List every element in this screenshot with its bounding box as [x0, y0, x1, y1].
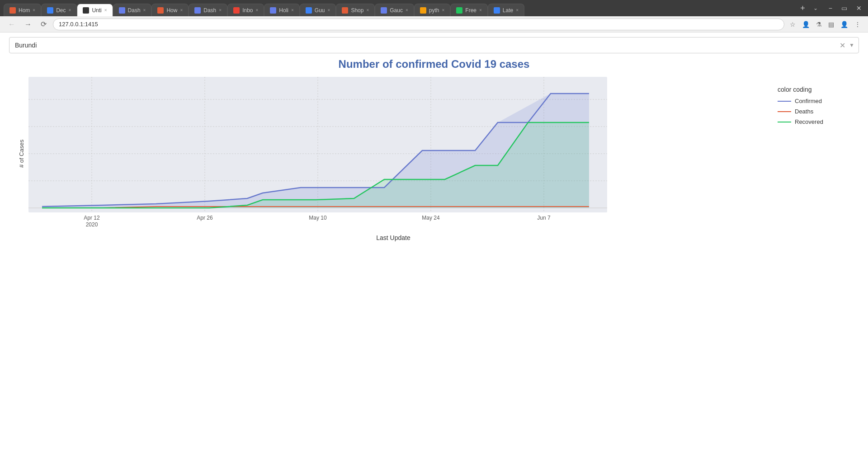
tab-dec[interactable]: Dec× [41, 4, 77, 16]
dropdown-clear-button[interactable]: ✕ [840, 41, 845, 50]
tab-close-how[interactable]: × [180, 8, 183, 13]
url-text: 127.0.0.1:1415 [59, 21, 778, 28]
tab-close-dash3[interactable]: × [291, 8, 294, 13]
tab-close-free[interactable]: × [479, 8, 482, 13]
tab-favicon-unti [83, 7, 89, 14]
tab-favicon-dash2 [194, 7, 201, 14]
svg-text:Apr 12: Apr 12 [84, 215, 100, 221]
tab-label-dash1: Dash [128, 7, 141, 14]
tab-favicon-home [9, 7, 16, 14]
recovered-legend-label: Recovered [795, 118, 823, 125]
svg-text:Apr 26: Apr 26 [197, 215, 213, 221]
chart-container: # of Cases [18, 77, 769, 241]
forward-button[interactable]: → [22, 19, 34, 29]
tab-favicon-how [157, 7, 164, 14]
tab-close-unti[interactable]: × [104, 8, 107, 13]
tab-favicon-dec [47, 7, 53, 14]
tab-close-shop[interactable]: × [366, 8, 369, 13]
url-bar[interactable]: 127.0.0.1:1415 [53, 19, 784, 30]
tab-label-free: Free [465, 7, 476, 14]
tab-label-late: Late [503, 7, 513, 14]
chart-svg-wrapper: # of Cases [18, 77, 769, 230]
tab-label-dash2: Dash [203, 7, 216, 14]
tab-unti[interactable]: Unti× [77, 4, 113, 16]
tab-close-gau[interactable]: × [406, 8, 408, 13]
tab-close-guu[interactable]: × [328, 8, 330, 13]
tab-close-gmail[interactable]: × [256, 8, 259, 13]
extensions-icon[interactable]: ⚗ [814, 20, 824, 29]
tab-how[interactable]: How× [151, 4, 189, 16]
address-actions: ☆ 👤 ⚗ ▤ 👤 ⋮ [788, 20, 863, 29]
country-dropdown[interactable] [9, 37, 859, 53]
legend-item-deaths: Deaths [778, 108, 850, 115]
tab-favicon-guu [306, 7, 312, 14]
tab-dash3[interactable]: Holi× [264, 4, 300, 16]
svg-text:May 10: May 10 [309, 215, 327, 221]
tab-label-unti: Unti [92, 7, 101, 14]
tab-free[interactable]: Free× [450, 4, 488, 16]
deaths-legend-line [778, 111, 791, 112]
close-button[interactable]: ✕ [854, 4, 864, 13]
tab-favicon-gmail [233, 7, 240, 14]
tab-favicon-dash1 [119, 7, 125, 14]
bookmark-icon[interactable]: ☆ [788, 20, 797, 29]
tab-close-dash2[interactable]: × [219, 8, 222, 13]
menu-icon[interactable]: ⋮ [853, 20, 863, 29]
legend-title: color coding [778, 86, 850, 93]
tab-guu[interactable]: Guu× [300, 4, 336, 16]
legend-item-recovered: Recovered [778, 118, 850, 125]
tab-label-home: Hom [19, 7, 30, 14]
chart-svg: 0 20 40 60 80 Apr 12 2020 Apr 26 May 10 … [28, 77, 607, 230]
tab-close-pyth[interactable]: × [442, 8, 444, 13]
tab-bar: Hom×Dec×Unti×Dash×How×Dash×Inbo×Holi×Guu… [4, 0, 795, 16]
confirmed-legend-line [778, 101, 791, 102]
dropdown-arrow-icon: ▼ [849, 42, 854, 48]
browser-chrome: Hom×Dec×Unti×Dash×How×Dash×Inbo×Holi×Guu… [0, 0, 868, 16]
tab-close-home[interactable]: × [33, 8, 35, 13]
x-axis-label: Last Update [18, 234, 769, 241]
user-avatar[interactable]: 👤 [839, 20, 850, 29]
window-controls: − ▭ ✕ [826, 4, 864, 13]
back-button[interactable]: ← [5, 19, 18, 29]
tab-pyth[interactable]: pyth× [414, 4, 451, 16]
y-axis-label: # of Cases [18, 86, 25, 221]
maximize-button[interactable]: ▭ [839, 4, 850, 13]
tab-label-guu: Guu [315, 7, 325, 14]
country-dropdown-container: ✕ ▼ [9, 37, 859, 53]
tab-close-late[interactable]: × [516, 8, 519, 13]
reload-button[interactable]: ⟳ [38, 19, 49, 29]
legend-item-confirmed: Confirmed [778, 98, 850, 104]
svg-text:May 24: May 24 [422, 215, 440, 221]
new-tab-button[interactable]: + [797, 2, 809, 14]
tab-label-gau: Gauc [390, 7, 403, 14]
profile-icon[interactable]: 👤 [800, 20, 811, 29]
chart-title: Number of confirmed Covid 19 cases [9, 58, 859, 71]
tab-shop[interactable]: Shop× [336, 4, 375, 16]
confirmed-legend-label: Confirmed [795, 98, 822, 104]
tab-home[interactable]: Hom× [4, 4, 41, 16]
chart-legend: color coding Confirmed Deaths Recovered [778, 77, 850, 129]
tab-label-dash3: Holi [279, 7, 288, 14]
tab-favicon-late [494, 7, 500, 14]
tab-late[interactable]: Late× [488, 4, 524, 16]
split-view-icon[interactable]: ▤ [826, 20, 836, 29]
svg-text:2020: 2020 [86, 221, 98, 228]
tab-favicon-shop [342, 7, 348, 14]
tab-favicon-free [456, 7, 462, 14]
tab-overflow-button[interactable]: ⌄ [811, 5, 821, 11]
tab-gau[interactable]: Gauc× [375, 4, 414, 16]
tab-label-how: How [166, 7, 177, 14]
tab-gmail[interactable]: Inbo× [227, 4, 264, 16]
deaths-legend-label: Deaths [795, 108, 813, 115]
tab-dash1[interactable]: Dash× [113, 4, 152, 16]
tab-close-dash1[interactable]: × [143, 8, 146, 13]
tab-favicon-gau [381, 7, 387, 14]
chart-wrapper: # of Cases [9, 77, 859, 241]
tab-dash2[interactable]: Dash× [189, 4, 227, 16]
page-content: ✕ ▼ Number of confirmed Covid 19 cases #… [0, 33, 868, 246]
minimize-button[interactable]: − [826, 4, 835, 13]
tab-label-dec: Dec [56, 7, 66, 14]
tab-close-dec[interactable]: × [69, 8, 71, 13]
address-bar: ← → ⟳ 127.0.0.1:1415 ☆ 👤 ⚗ ▤ 👤 ⋮ [0, 16, 868, 33]
tab-label-gmail: Inbo [242, 7, 253, 14]
